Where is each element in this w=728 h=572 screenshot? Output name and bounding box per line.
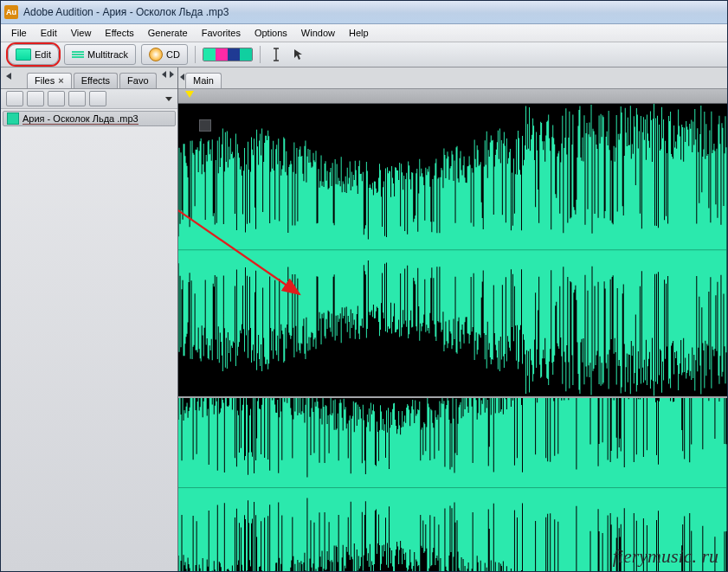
sidebar-tab-nav xyxy=(162,71,174,78)
playhead-marker-icon[interactable] xyxy=(185,91,194,98)
mode-cd-label: CD xyxy=(166,49,180,60)
view-swatches[interactable] xyxy=(203,48,253,61)
menu-favorites[interactable]: Favorites xyxy=(195,24,248,42)
color-swatch[interactable] xyxy=(228,48,240,61)
chevron-right-icon[interactable] xyxy=(170,71,174,78)
sidebar-tabstrip: Files × Effects Favo xyxy=(1,67,177,89)
time-ruler[interactable] xyxy=(178,89,727,104)
file-row[interactable]: Ария - Осколок Льда .mp3 xyxy=(3,111,176,126)
main-panel: Main fierymusic. ru xyxy=(178,67,727,571)
options-button[interactable] xyxy=(89,91,106,106)
title-filename: Ария - Осколок Льда .mp3 xyxy=(102,6,229,18)
file-list: Ария - Осколок Льда .mp3 xyxy=(1,109,177,571)
mode-multitrack-label: Multitrack xyxy=(87,49,128,60)
tab-main[interactable]: Main xyxy=(185,73,222,88)
tab-files-label: Files xyxy=(35,75,55,87)
main-tabstrip: Main xyxy=(178,67,727,89)
toolbar-separator-2 xyxy=(260,46,261,63)
file-name: Ария - Осколок Льда .mp3 xyxy=(23,113,139,125)
tab-main-label: Main xyxy=(193,75,214,87)
tab-files[interactable]: Files × xyxy=(27,73,72,88)
waveform-icon xyxy=(16,48,31,61)
toolbar: Edit Multitrack CD xyxy=(1,42,727,67)
sidebar-toolbar xyxy=(1,89,177,109)
cd-icon xyxy=(149,48,163,61)
mode-edit-button[interactable]: Edit xyxy=(8,44,59,65)
waveform-svg xyxy=(178,104,727,571)
color-swatch[interactable] xyxy=(203,48,216,61)
menu-file[interactable]: File xyxy=(4,24,34,42)
mode-edit-label: Edit xyxy=(35,49,51,60)
mode-cd-button[interactable]: CD xyxy=(141,44,188,65)
watermark: fierymusic. ru xyxy=(613,545,718,568)
titlebar: Au Adobe Audition - Ария - Осколок Льда … xyxy=(1,1,727,24)
color-swatch[interactable] xyxy=(216,48,228,61)
chevron-down-icon[interactable] xyxy=(165,97,172,101)
tab-effects[interactable]: Effects xyxy=(74,73,118,88)
main-tab-prev-icon[interactable] xyxy=(180,74,184,80)
audio-file-icon xyxy=(7,112,19,125)
insert-multitrack-button[interactable] xyxy=(48,91,65,106)
pointer-tool[interactable] xyxy=(290,47,307,62)
mode-multitrack-button[interactable]: Multitrack xyxy=(64,44,136,65)
close-file-button[interactable] xyxy=(27,91,44,106)
app-name: Adobe Audition xyxy=(23,6,93,18)
sidebar: Files × Effects Favo xyxy=(1,67,178,571)
toolbar-separator xyxy=(195,46,196,63)
menu-effects[interactable]: Effects xyxy=(98,24,140,42)
menu-options[interactable]: Options xyxy=(248,24,294,42)
edit-file-button[interactable] xyxy=(68,91,86,106)
menu-edit[interactable]: Edit xyxy=(34,24,64,42)
menubar: File Edit View Effects Generate Favorite… xyxy=(1,24,727,42)
tab-favorites[interactable]: Favo xyxy=(119,73,156,88)
color-swatch[interactable] xyxy=(240,48,252,61)
tab-favorites-label: Favo xyxy=(127,75,148,87)
app-icon: Au xyxy=(4,5,18,19)
channel-divider xyxy=(178,396,727,398)
chevron-left-icon[interactable] xyxy=(162,71,166,78)
close-icon[interactable]: × xyxy=(58,75,63,87)
sidebar-tab-prev-icon[interactable] xyxy=(6,73,11,80)
window-title: Adobe Audition - Ария - Осколок Льда .mp… xyxy=(23,6,229,18)
workspace: Files × Effects Favo xyxy=(1,67,727,571)
tab-effects-label: Effects xyxy=(81,75,110,87)
import-file-button[interactable] xyxy=(6,91,23,106)
menu-help[interactable]: Help xyxy=(342,24,376,42)
menu-generate[interactable]: Generate xyxy=(141,24,195,42)
ibeam-tool[interactable] xyxy=(267,47,285,62)
multitrack-icon xyxy=(72,51,84,58)
waveform-display[interactable]: fierymusic. ru xyxy=(178,104,727,571)
menu-view[interactable]: View xyxy=(64,24,99,42)
menu-window[interactable]: Window xyxy=(294,24,342,42)
app-window: Au Adobe Audition - Ария - Осколок Льда … xyxy=(0,0,728,572)
